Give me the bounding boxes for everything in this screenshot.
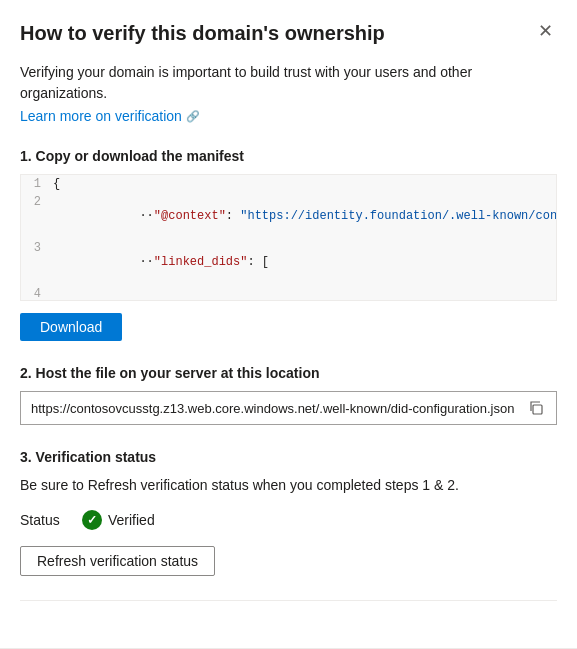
status-info-text: Be sure to Refresh verification status w…	[20, 475, 557, 496]
learn-more-label: Learn more on verification	[20, 108, 182, 124]
status-value: Verified	[108, 512, 155, 528]
code-line-3: 3 ··"linked_dids": [	[21, 239, 556, 285]
line-content-4: ····"eyJhbGciOiJFUzI1NksiLCJraWQiOiJkaWQ…	[53, 285, 556, 300]
line-content-3: ··"linked_dids": [	[53, 239, 269, 285]
code-line-2: 2 ··"@context": "https://identity.founda…	[21, 193, 556, 239]
check-mark: ✓	[87, 514, 97, 526]
line-num-2: 2	[21, 193, 53, 211]
step1-section: 1. Copy or download the manifest 1 { 2 ·…	[20, 148, 557, 341]
status-badge: ✓ Verified	[82, 510, 155, 530]
line-num-1: 1	[21, 175, 53, 193]
refresh-verification-button[interactable]: Refresh verification status	[20, 546, 215, 576]
external-link-icon: 🔗	[186, 110, 200, 123]
dialog-title: How to verify this domain's ownership	[20, 20, 385, 46]
dialog-header: How to verify this domain's ownership ✕	[20, 20, 557, 46]
code-scrollable[interactable]: 1 { 2 ··"@context": "https://identity.fo…	[21, 175, 556, 300]
code-line-1: 1 {	[21, 175, 556, 193]
line-content-2: ··"@context": "https://identity.foundati…	[53, 193, 556, 239]
svg-rect-0	[533, 405, 542, 414]
status-label: Status	[20, 512, 70, 528]
step1-title: 1. Copy or download the manifest	[20, 148, 557, 164]
step3-section: 3. Verification status Be sure to Refres…	[20, 449, 557, 576]
verified-check-icon: ✓	[82, 510, 102, 530]
line-num-3: 3	[21, 239, 53, 257]
copy-icon	[528, 400, 544, 416]
url-text: https://contosovcusstg.z13.web.core.wind…	[31, 401, 518, 416]
step2-title: 2. Host the file on your server at this …	[20, 365, 557, 381]
dialog-container: How to verify this domain's ownership ✕ …	[0, 0, 577, 649]
description-text: Verifying your domain is important to bu…	[20, 62, 557, 104]
step2-section: 2. Host the file on your server at this …	[20, 365, 557, 425]
code-line-4: 4 ····"eyJhbGciOiJFUzI1NksiLCJraWQiOiJka…	[21, 285, 556, 300]
status-row: Status ✓ Verified	[20, 510, 557, 530]
url-field-wrapper: https://contosovcusstg.z13.web.core.wind…	[20, 391, 557, 425]
download-button[interactable]: Download	[20, 313, 122, 341]
close-button[interactable]: ✕	[534, 20, 557, 42]
code-block: 1 { 2 ··"@context": "https://identity.fo…	[20, 174, 557, 301]
line-num-4: 4	[21, 285, 53, 300]
learn-more-link[interactable]: Learn more on verification 🔗	[20, 108, 200, 124]
dialog-footer	[20, 600, 557, 616]
line-content-1: {	[53, 175, 60, 193]
step3-title: 3. Verification status	[20, 449, 557, 465]
copy-url-button[interactable]	[526, 398, 546, 418]
